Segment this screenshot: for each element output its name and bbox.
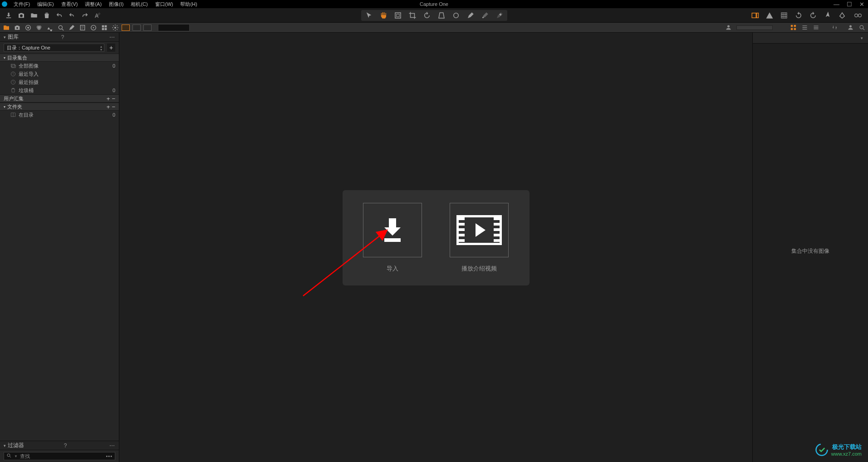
sidebar-right: ▾ 集合中没有图像 (753, 33, 868, 462)
menu-edit[interactable]: 编辑(E) (34, 1, 58, 8)
help-icon[interactable]: ? (61, 34, 64, 40)
play-intro-video-button[interactable] (450, 203, 509, 257)
viewer-area: 导入 播放介绍视频 (119, 33, 753, 462)
import-button[interactable] (363, 203, 422, 257)
user-filter-icon[interactable] (725, 24, 732, 31)
adjustments-tab-icon[interactable] (68, 24, 75, 31)
cursor-tools (361, 10, 507, 21)
rotate-left-icon[interactable] (794, 11, 803, 20)
capture-tab-icon[interactable] (14, 24, 21, 31)
svg-rect-27 (791, 28, 793, 30)
filter-search-input[interactable]: ▼ 查找 ••• (4, 452, 115, 460)
catalog-dropdown[interactable]: 目录：Capture One ▴▾ (4, 44, 104, 52)
window-minimize-button[interactable]: — (832, 1, 841, 8)
print-icon[interactable] (838, 11, 846, 20)
add-catalog-button[interactable]: + (107, 44, 115, 52)
thumb-filmstrip-icon[interactable] (813, 24, 819, 31)
search-icon (6, 453, 12, 459)
watermark-logo-icon (815, 443, 829, 457)
watermark-line2: www.xz7.com (831, 451, 862, 457)
before-after-icon[interactable] (853, 11, 863, 20)
svg-point-23 (114, 27, 116, 29)
user-collections-header[interactable]: 用户汇集 + − (0, 94, 119, 103)
rating-filter-bar[interactable] (736, 25, 773, 30)
menu-adjust[interactable]: 调整(A) (81, 1, 105, 8)
settings-tab-icon[interactable] (112, 24, 119, 31)
tree-item-recent-capture[interactable]: 最近拍摄 (0, 78, 119, 86)
tree-item-all-images[interactable]: 全部图像 0 (0, 62, 119, 70)
annotate-icon[interactable]: A (93, 11, 102, 20)
chevron-down-icon[interactable]: ▾ (858, 34, 865, 41)
menu-image[interactable]: 图像(I) (105, 1, 127, 8)
rotate-right-icon[interactable] (809, 11, 817, 20)
zoom-preset-dropdown[interactable] (158, 24, 190, 31)
menu-camera[interactable]: 相机(C) (127, 1, 151, 8)
trash-icon (10, 87, 16, 93)
thumb-grid-icon[interactable] (790, 24, 797, 31)
eraser-mask-icon[interactable] (495, 11, 504, 20)
output-tab-icon[interactable] (90, 24, 97, 31)
welcome-card: 导入 播放介绍视频 (343, 190, 530, 285)
remove-collection-button[interactable]: − (112, 95, 115, 102)
thumb-list-icon[interactable] (801, 24, 808, 31)
trash-icon[interactable] (43, 11, 51, 20)
add-folder-button[interactable]: + (107, 103, 110, 110)
capture-icon[interactable] (17, 11, 25, 20)
metadata-tab-icon[interactable] (79, 24, 86, 31)
search-global-icon[interactable] (858, 24, 865, 31)
viewmode-split-button[interactable] (132, 25, 141, 31)
sort-icon[interactable] (831, 24, 838, 31)
tree-item-trash[interactable]: 垃圾桶 0 (0, 86, 119, 94)
lens-tab-icon[interactable] (25, 24, 32, 31)
panel-menu-icon[interactable]: ⋯ (109, 34, 115, 40)
remove-folder-button[interactable]: − (112, 103, 115, 110)
crop-tool-icon[interactable] (408, 11, 417, 20)
exposure-tab-icon[interactable] (46, 24, 54, 31)
tool-tabs-bar (0, 23, 868, 33)
spot-tool-icon[interactable] (452, 11, 460, 20)
search-options-icon[interactable]: ••• (106, 453, 113, 459)
rotate-tool-icon[interactable] (423, 11, 431, 20)
library-panel-header[interactable]: ▾ 图库 ? ⋯ (0, 33, 119, 42)
filters-panel-header[interactable]: ▾ 过滤器 ? ⋯ (0, 441, 119, 450)
batch-tab-icon[interactable] (101, 24, 108, 31)
menu-view[interactable]: 查看(V) (58, 1, 82, 8)
warning-icon[interactable] (765, 11, 774, 20)
menu-help[interactable]: 帮助(H) (177, 1, 201, 8)
add-collection-button[interactable]: + (107, 95, 110, 102)
layout-toggle-icon[interactable] (751, 11, 759, 20)
keystone-tool-icon[interactable] (437, 11, 446, 20)
folder-icon[interactable] (30, 11, 38, 20)
export-icon[interactable] (824, 11, 832, 20)
svg-rect-22 (105, 28, 107, 30)
gradient-mask-icon[interactable] (481, 11, 489, 20)
mask-brush-icon[interactable] (466, 11, 475, 20)
grid-icon[interactable] (780, 11, 788, 20)
undo-icon[interactable] (55, 11, 64, 20)
menu-file[interactable]: 文件(F) (10, 1, 34, 8)
pan-tool-icon[interactable] (379, 11, 387, 20)
folders-section-label: 文件夹 (7, 103, 22, 110)
menu-window[interactable]: 窗口(W) (152, 1, 177, 8)
details-tab-icon[interactable] (57, 24, 64, 31)
select-tool-icon[interactable] (365, 11, 373, 20)
color-tab-icon[interactable] (35, 24, 43, 31)
viewmode-single-button[interactable] (143, 25, 152, 31)
undo-step-icon[interactable] (68, 11, 76, 20)
collections-section-header[interactable]: ▾ 目录集合 (0, 54, 119, 62)
user-icon[interactable] (847, 24, 854, 31)
viewmode-grid-button[interactable] (122, 25, 130, 31)
book-icon (10, 112, 16, 118)
folders-section-header[interactable]: ▾ 文件夹 + − (0, 103, 119, 111)
library-tab-icon[interactable] (3, 24, 10, 31)
help-icon[interactable]: ? (64, 442, 67, 449)
window-maximize-button[interactable]: ☐ (845, 1, 854, 8)
window-close-button[interactable]: ✕ (858, 1, 866, 8)
loupe-tool-icon[interactable] (394, 11, 402, 20)
import-icon[interactable] (5, 11, 13, 20)
tree-item-recent-import[interactable]: 最近导入 (0, 70, 119, 78)
panel-menu-icon[interactable]: ⋯ (109, 442, 115, 449)
tree-item-count: 0 (113, 88, 115, 93)
redo-icon[interactable] (81, 11, 89, 20)
tree-item-in-catalog[interactable]: 在目录 0 (0, 111, 119, 119)
